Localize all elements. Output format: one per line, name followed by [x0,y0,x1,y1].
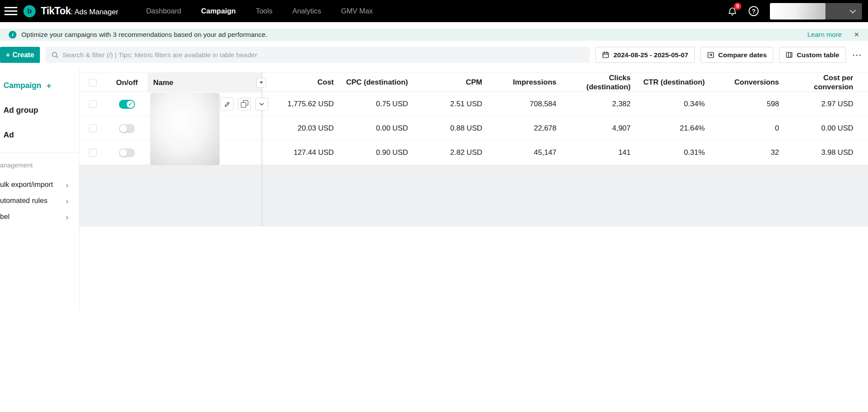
sidebar-item-automated-rules[interactable]: utomated rules › [0,193,79,209]
search-bar[interactable] [46,47,590,63]
onoff-toggle[interactable] [119,124,135,133]
cell-impressions: 22,678 [484,124,558,133]
sidebar-item-bulk-export-import[interactable]: ulk export/import › [0,177,79,193]
date-range-button[interactable]: 2024-08-25 - 2025-05-07 [595,47,694,63]
cell-cost: 127.44 USD [261,148,335,157]
column-header-name[interactable]: Name [148,73,261,92]
cell-cpm: 2.51 USD [410,100,484,108]
nav-item-gmv-max[interactable]: GMV Max [341,7,373,15]
calendar-icon [602,51,609,59]
column-header-impressions[interactable]: Impressions [484,78,558,87]
columns-icon [786,51,793,59]
redacted-campaign-names [150,93,220,165]
cell-cost-per-conversion: 0.00 USD [781,124,855,133]
copy-icon-button[interactable] [238,98,251,111]
column-header-cpm[interactable]: CPM [410,78,484,87]
brand-title: TikTok: Ads Manager [41,5,118,17]
cell-ctr: 21.64% [632,124,707,133]
table-empty-area [79,165,868,226]
chevron-down-icon [850,7,856,13]
column-header-conversions[interactable]: Conversions [707,78,781,87]
create-button[interactable]: + Create [0,47,40,63]
top-navigation: Dashboard Campaign Tools Analytics GMV M… [146,7,373,15]
banner-message: Optimize your campaigns with 3 recommend… [21,31,267,39]
search-input[interactable] [62,51,584,59]
cell-conversions: 598 [707,100,781,108]
column-header-ctr[interactable]: CTR (destination) [632,78,707,87]
campaign-toolbar: + Create 2024-08-25 - 2025-05-07 Compare… [0,47,868,63]
copy-icon [242,101,247,107]
cell-impressions: 708,584 [484,100,558,108]
chevron-right-icon: › [66,180,69,189]
account-logo[interactable]: b [23,5,36,17]
row-checkbox[interactable] [89,100,97,108]
cell-ctr: 0.31% [632,148,707,157]
column-header-cost-per-conversion[interactable]: Cost per conversion [781,74,855,91]
chevron-down-icon [259,101,265,107]
learn-more-link[interactable]: Learn more [807,31,842,39]
cell-clicks: 141 [558,148,632,157]
plus-icon: + [46,81,51,91]
cell-clicks: 2,382 [558,100,632,108]
notifications-bell-icon[interactable]: 9 [727,6,737,16]
cell-clicks: 4,907 [558,124,632,133]
sidebar-divider [0,153,79,153]
row-actions [220,98,268,111]
notification-count-badge: 9 [734,3,741,10]
sidebar-item-campaign[interactable]: Campaign + [0,73,79,98]
onoff-toggle[interactable] [119,100,135,109]
expand-icon-button[interactable] [255,98,268,111]
info-icon: i [9,31,16,39]
search-icon [51,51,59,59]
table-header-row: On/off Name Cost CPC (destination) CPM I… [79,72,868,92]
compare-dates-button[interactable]: Compare dates [700,47,773,63]
compare-dates-icon [707,51,714,59]
cell-cost: 1,775.62 USD [261,100,335,108]
pencil-icon [224,101,230,108]
plus-icon: + [6,51,10,59]
cell-cpc: 0.75 USD [335,100,410,108]
account-menu[interactable] [770,3,862,20]
recommendation-banner: i Optimize your campaigns with 3 recomme… [0,29,868,41]
help-icon[interactable]: ? [749,6,759,16]
cell-cpm: 2.82 USD [410,148,484,157]
row-checkbox[interactable] [89,149,97,157]
hamburger-menu-icon[interactable] [4,7,17,15]
name-column-dropdown[interactable] [256,78,266,88]
column-header-cost[interactable]: Cost [261,78,335,87]
custom-table-button[interactable]: Custom table [779,47,846,63]
sidebar-item-ad-group[interactable]: Ad group [0,98,79,123]
cell-cpc: 0.90 USD [335,148,410,157]
nav-item-campaign[interactable]: Campaign [201,7,236,15]
row-checkbox[interactable] [89,124,97,132]
sidebar-item-label[interactable]: bel › [0,209,79,225]
column-header-cpc[interactable]: CPC (destination) [335,78,410,87]
sidebar-section-management: anagement [0,158,79,171]
chevron-right-icon: › [66,196,69,205]
cell-cpc: 0.00 USD [335,124,410,133]
cell-conversions: 32 [707,148,781,157]
cell-impressions: 45,147 [484,148,558,157]
column-header-onoff: On/off [106,78,148,87]
account-name-redacted [770,3,825,20]
cell-conversions: 0 [707,124,781,133]
close-icon[interactable]: ✕ [854,31,859,39]
cell-cost-per-conversion: 3.98 USD [781,148,855,157]
cell-cost: 20.03 USD [261,124,335,133]
column-header-clicks[interactable]: Clicks (destination) [558,74,632,91]
onoff-toggle[interactable] [119,148,135,157]
sidebar: Campaign + Ad group Ad anagement ulk exp… [0,68,79,311]
cell-cpm: 0.88 USD [410,124,484,133]
ads-manager-page: b TikTok: Ads Manager Dashboard Campaign… [0,0,868,412]
nav-item-dashboard[interactable]: Dashboard [146,7,181,15]
select-all-checkbox[interactable] [89,79,97,87]
nav-item-analytics[interactable]: Analytics [293,7,321,15]
nav-item-tools[interactable]: Tools [256,7,273,15]
frozen-column-divider[interactable] [261,72,262,226]
more-options-button[interactable]: ⋯ [852,50,862,60]
top-nav-bar: b TikTok: Ads Manager Dashboard Campaign… [0,0,868,22]
sidebar-item-ad[interactable]: Ad [0,123,79,147]
caret-down-icon [260,82,263,84]
edit-icon-button[interactable] [220,98,233,111]
chevron-right-icon: › [66,212,69,221]
